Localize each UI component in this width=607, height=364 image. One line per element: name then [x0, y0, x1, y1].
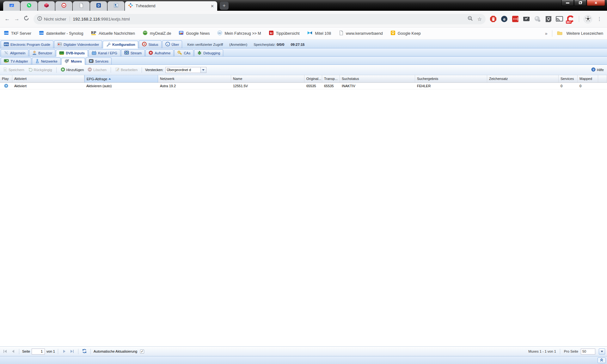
tab-epg[interactable]: EPGElectronic Program Guide — [1, 40, 53, 48]
auto-refresh-checkbox[interactable]: ✓ — [140, 349, 144, 354]
close-button[interactable]: × — [587, 0, 605, 6]
per-page-combobox[interactable]: 50 — [581, 349, 595, 355]
tab-dvb-inputs[interactable]: DVB-Inputs — [56, 50, 88, 57]
page-input[interactable] — [32, 349, 45, 355]
column-header-services[interactable]: Services — [559, 75, 578, 82]
bookmark-google-news[interactable]: Google News — [179, 30, 210, 36]
restore-button[interactable] — [574, 0, 586, 6]
browser-menu-icon[interactable]: ⋮ — [596, 16, 603, 22]
tab-cas[interactable]: CAs — [174, 49, 193, 56]
svg-text:me: me — [218, 32, 222, 34]
tab-benutzer[interactable]: Benutzer — [29, 49, 55, 56]
ghostery-extension-icon[interactable]: e — [500, 15, 508, 23]
tab-kanal-epg[interactable]: Kanal / EPG — [89, 49, 120, 56]
table-row[interactable]: Aktiviert Aktivieren (auto) Astra 19.2 1… — [0, 83, 607, 89]
info-icon[interactable] — [37, 16, 42, 22]
grey-orb-extension-icon[interactable] — [534, 15, 541, 23]
keep-extension-icon[interactable] — [545, 15, 552, 23]
tab-ueber[interactable]: iÜber — [162, 40, 182, 48]
window-titlebar: m D Tvheadend ✕ + × — [0, 0, 607, 11]
help-button[interactable]: ?Hilfe — [591, 67, 605, 72]
bookmark-mitel[interactable]: Mitel 108 — [307, 30, 331, 36]
lastpass-extension-icon[interactable] — [512, 15, 519, 23]
back-button[interactable]: ← — [3, 14, 12, 24]
pinned-tab-inbox[interactable] — [3, 1, 20, 11]
mail-checker-extension-icon[interactable] — [523, 15, 530, 23]
column-header-name[interactable]: Name — [231, 75, 304, 82]
bookmark-datenkeller[interactable]: DSMdatenkeller - Synolog — [39, 30, 83, 36]
tab-stream[interactable]: Stream — [121, 49, 145, 56]
toolbar-separator — [56, 67, 57, 73]
tab-tv-adapter[interactable]: TV-Adapter — [1, 58, 31, 64]
column-header-transport[interactable]: Transp... — [322, 75, 340, 82]
column-header-play[interactable]: Play — [0, 75, 12, 82]
bookmark-star-icon[interactable]: ☆ — [477, 16, 482, 22]
per-page-chevron-down-icon[interactable] — [599, 349, 605, 355]
save-button[interactable]: Speichern — [2, 67, 25, 73]
forward-button[interactable]: → — [12, 14, 21, 24]
next-page-button[interactable] — [61, 348, 67, 355]
login-link[interactable]: (Anmelden) — [229, 43, 247, 46]
play-cell[interactable] — [0, 83, 12, 89]
minimize-button[interactable] — [561, 0, 574, 6]
bookmark-mydealz[interactable]: myDealZ.de — [143, 30, 171, 36]
add-button[interactable]: Hinzufügen — [60, 67, 85, 73]
tab-close-icon[interactable]: ✕ — [211, 4, 214, 9]
refresh-button[interactable] — [81, 348, 88, 355]
tab-muxes[interactable]: Muxes — [61, 58, 85, 65]
reload-button[interactable] — [21, 14, 31, 24]
cell-netzwerk: Astra 19.2 — [158, 84, 231, 88]
column-header-epg-abfrage[interactable]: EPG-Abfrage — [84, 75, 158, 82]
profile-avatar[interactable] — [584, 15, 592, 23]
column-header-aktiviert[interactable]: Aktiviert — [12, 75, 84, 82]
pinned-tab-zoll[interactable] — [107, 1, 125, 11]
column-header-original[interactable]: Original... — [304, 75, 322, 82]
adblock-extension-icon[interactable] — [489, 15, 497, 23]
tab-dvr[interactable]: Digitaler Videorekorder — [54, 40, 102, 48]
chevron-down-icon[interactable] — [201, 67, 206, 73]
tab-konfiguration[interactable]: Konfiguration — [103, 41, 138, 48]
first-page-button[interactable] — [2, 348, 8, 355]
column-header-netzwerk[interactable]: Netzwerk — [158, 75, 231, 82]
counter-extension-icon[interactable]: 99+ — [567, 15, 574, 23]
pinned-tab-whatsapp[interactable] — [21, 1, 38, 11]
pinned-tab-cube[interactable] — [38, 1, 55, 11]
bookmark-rp-nachrichten[interactable]: RPAktuelle Nachrichten — [91, 30, 135, 36]
column-header-mapped[interactable]: Mapped — [578, 75, 598, 82]
bookmark-mein-fahrzeug[interactable]: meMein Fahrzeug >> M — [217, 30, 261, 36]
tab-aufnahme[interactable]: Aufnahme — [145, 49, 174, 56]
cast-extension-icon[interactable] — [556, 15, 563, 23]
pinned-tab-magazine[interactable]: m — [55, 1, 72, 11]
address-bar[interactable]: Nicht sicher 192.168.2.116:9981/extjs.ht… — [34, 14, 486, 24]
delete-button[interactable]: Löschen — [87, 67, 107, 73]
column-header-suchstatus[interactable]: Suchstatus — [340, 75, 415, 82]
column-header-zeichensatz[interactable]: Zeichensatz — [487, 75, 559, 82]
undo-button[interactable]: Rückgängig — [27, 67, 53, 73]
collapse-button[interactable] — [598, 357, 606, 363]
tab-status[interactable]: Status — [139, 40, 161, 48]
bookmark-tkf-server[interactable]: DSMTKF Server — [4, 30, 31, 36]
tab-services[interactable]: Services — [86, 58, 112, 64]
hide-combobox-value[interactable]: Übergeordnet d — [165, 67, 201, 73]
bookmark-google-keep[interactable]: Google Keep — [390, 30, 421, 36]
bookmarks-overflow-button[interactable]: » — [545, 31, 548, 36]
edit-button[interactable]: Bearbeiten — [114, 67, 138, 73]
zoom-indicator-icon[interactable] — [468, 16, 473, 22]
other-bookmarks-label[interactable]: Weitere Lesezeichen — [566, 31, 603, 36]
column-header-suchergebnis[interactable]: Suchergebnis — [415, 75, 487, 82]
play-icon[interactable] — [4, 83, 9, 89]
bookmark-tippuebersicht[interactable]: ktTippübersicht — [269, 30, 300, 36]
active-tab-tvheadend[interactable]: Tvheadend ✕ — [125, 1, 217, 11]
next-page-icon — [63, 350, 65, 353]
adapter-card-icon — [4, 59, 9, 64]
tab-allgemein[interactable]: Allgemein — [1, 49, 28, 56]
new-tab-button[interactable]: + — [220, 2, 229, 10]
tab-netzwerke[interactable]: Netzwerke — [32, 58, 61, 64]
bookmark-keramverbaende[interactable]: www.keramverbaend — [339, 30, 383, 36]
pinned-tab-document[interactable] — [73, 1, 90, 11]
last-page-button[interactable] — [69, 348, 75, 355]
pinned-tab-d[interactable]: D — [90, 1, 107, 11]
prev-page-button[interactable] — [10, 348, 16, 355]
hide-combobox[interactable]: Übergeordnet d — [165, 67, 206, 73]
tab-debugging[interactable]: Debugging — [194, 49, 223, 56]
